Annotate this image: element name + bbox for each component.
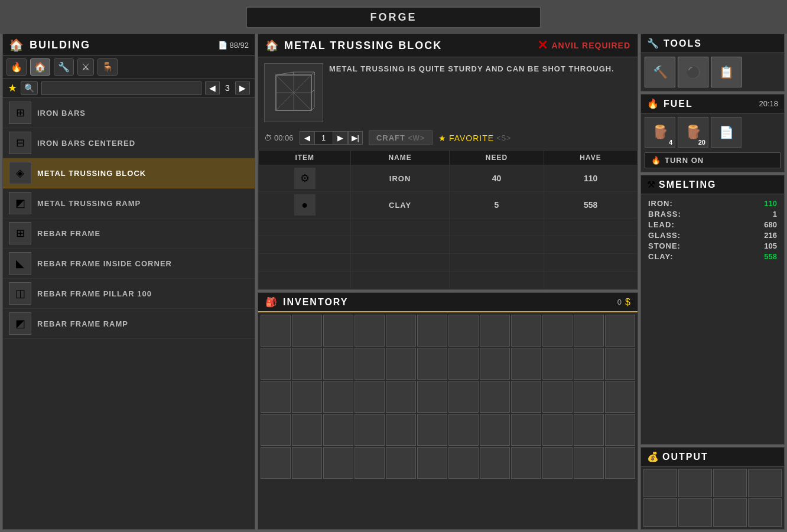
output-slot[interactable] xyxy=(713,469,747,497)
inventory-slot[interactable] xyxy=(386,447,416,479)
inventory-slot[interactable] xyxy=(386,348,416,380)
inventory-slot[interactable] xyxy=(605,315,635,347)
inventory-slot[interactable] xyxy=(448,414,479,446)
inventory-slot[interactable] xyxy=(261,414,291,446)
inventory-slot[interactable] xyxy=(417,315,447,347)
output-slot[interactable] xyxy=(678,498,712,527)
inventory-slot[interactable] xyxy=(261,348,291,380)
list-item-metal-trussing-ramp[interactable]: ◩ METAL TRUSSING RAMP xyxy=(3,188,255,218)
page-next-button[interactable]: ▶ xyxy=(235,81,250,94)
inventory-slot[interactable] xyxy=(480,315,510,347)
inventory-slot[interactable] xyxy=(574,348,604,380)
list-item-rebar-frame-pillar-100[interactable]: ◫ REBAR FRAME PILLAR 100 xyxy=(3,279,255,309)
inventory-slot[interactable] xyxy=(323,447,353,479)
inventory-slot[interactable] xyxy=(605,348,635,380)
output-slot[interactable] xyxy=(678,469,712,497)
inventory-slot[interactable] xyxy=(511,381,541,413)
inventory-slot[interactable] xyxy=(480,381,510,413)
craft-button[interactable]: CRAFT <W> xyxy=(369,130,432,145)
output-slot[interactable] xyxy=(643,498,677,527)
turn-on-button[interactable]: 🔥 TURN ON xyxy=(645,152,781,168)
inventory-slot[interactable] xyxy=(292,414,322,446)
inventory-slot[interactable] xyxy=(605,414,635,446)
inventory-slot[interactable] xyxy=(386,414,416,446)
inventory-slot[interactable] xyxy=(355,447,385,479)
inventory-slot[interactable] xyxy=(292,315,322,347)
qty-skip-button[interactable]: ▶| xyxy=(348,131,363,145)
inventory-slot[interactable] xyxy=(261,381,291,413)
inventory-slot[interactable] xyxy=(542,348,573,380)
tab-furniture[interactable]: 🪑 xyxy=(97,58,118,76)
fuel-slot-3[interactable]: 📄 xyxy=(711,117,742,148)
inventory-slot[interactable] xyxy=(480,414,510,446)
inventory-slot[interactable] xyxy=(480,447,510,479)
fuel-slot-1[interactable]: 🪵4 xyxy=(645,117,675,148)
inventory-slot[interactable] xyxy=(355,348,385,380)
inventory-slot[interactable] xyxy=(448,315,479,347)
favorites-filter-button[interactable]: ★ xyxy=(8,81,17,94)
tab-fire[interactable]: 🔥 xyxy=(6,58,27,76)
inventory-slot[interactable] xyxy=(574,414,604,446)
output-slot[interactable] xyxy=(748,498,782,527)
tool-slot-helmet[interactable]: ⚫ xyxy=(678,57,708,87)
search-input[interactable] xyxy=(41,81,201,95)
inventory-slot[interactable] xyxy=(605,381,635,413)
inventory-slot[interactable] xyxy=(386,315,416,347)
inventory-slot[interactable] xyxy=(448,381,479,413)
output-slot[interactable] xyxy=(748,469,782,497)
list-item-rebar-frame-inside-corner[interactable]: ◣ REBAR FRAME INSIDE CORNER xyxy=(3,249,255,279)
inventory-slot[interactable] xyxy=(261,315,291,347)
inventory-slot[interactable] xyxy=(605,447,635,479)
inventory-slot[interactable] xyxy=(355,315,385,347)
list-item-rebar-frame-ramp[interactable]: ◩ REBAR FRAME RAMP xyxy=(3,309,255,339)
inventory-slot[interactable] xyxy=(511,348,541,380)
list-item-iron-bars[interactable]: ⊞ IRON BARS xyxy=(3,98,255,128)
inventory-slot[interactable] xyxy=(323,315,353,347)
favorite-button[interactable]: ★ FAVORITE <S> xyxy=(438,133,511,143)
inventory-slot[interactable] xyxy=(574,315,604,347)
list-item-iron-bars-centered[interactable]: ⊟ IRON BARS CENTERED xyxy=(3,128,255,158)
inventory-slot[interactable] xyxy=(355,414,385,446)
inventory-slot[interactable] xyxy=(417,348,447,380)
inventory-slot[interactable] xyxy=(511,414,541,446)
inventory-slot[interactable] xyxy=(386,381,416,413)
inventory-slot[interactable] xyxy=(448,348,479,380)
list-item-rebar-frame[interactable]: ⊞ REBAR FRAME xyxy=(3,218,255,249)
tool-slot-hammer[interactable]: 🔨 xyxy=(645,57,675,87)
output-slot[interactable] xyxy=(643,469,677,497)
inventory-slot[interactable] xyxy=(292,447,322,479)
inventory-slot[interactable] xyxy=(542,381,573,413)
tab-house[interactable]: 🏠 xyxy=(30,58,50,76)
inventory-slot[interactable] xyxy=(417,414,447,446)
inventory-slot[interactable] xyxy=(574,381,604,413)
inventory-slot[interactable] xyxy=(542,447,573,479)
list-item-metal-trussing-block[interactable]: ◈ METAL TRUSSING BLOCK xyxy=(3,158,255,188)
fuel-slot-2[interactable]: 🪵20 xyxy=(678,117,708,148)
inventory-slot[interactable] xyxy=(542,315,573,347)
inventory-slot[interactable] xyxy=(511,447,541,479)
inventory-slot[interactable] xyxy=(542,414,573,446)
page-prev-button[interactable]: ◀ xyxy=(205,81,220,94)
smelting-value: 216 xyxy=(764,231,777,240)
inventory-slot[interactable] xyxy=(448,447,479,479)
output-slot[interactable] xyxy=(713,498,747,527)
inventory-slot[interactable] xyxy=(323,414,353,446)
qty-next-button[interactable]: ▶ xyxy=(333,131,348,145)
inventory-slot[interactable] xyxy=(323,348,353,380)
tab-tools[interactable]: 🔧 xyxy=(54,58,74,76)
inventory-slot[interactable] xyxy=(355,381,385,413)
item-icon-rebar-frame-inside-corner: ◣ xyxy=(9,252,31,275)
inventory-slot[interactable] xyxy=(417,447,447,479)
tab-weapons[interactable]: ⚔ xyxy=(77,58,94,76)
inventory-slot[interactable] xyxy=(511,315,541,347)
qty-prev-button[interactable]: ◀ xyxy=(300,131,315,145)
inventory-slot[interactable] xyxy=(292,348,322,380)
inventory-slot[interactable] xyxy=(574,447,604,479)
inventory-slot[interactable] xyxy=(323,381,353,413)
tool-slot-clipboard[interactable]: 📋 xyxy=(711,57,742,87)
inventory-slot[interactable] xyxy=(261,447,291,479)
search-icon[interactable]: 🔍 xyxy=(21,81,38,95)
inventory-slot[interactable] xyxy=(417,381,447,413)
inventory-slot[interactable] xyxy=(480,348,510,380)
inventory-slot[interactable] xyxy=(292,381,322,413)
